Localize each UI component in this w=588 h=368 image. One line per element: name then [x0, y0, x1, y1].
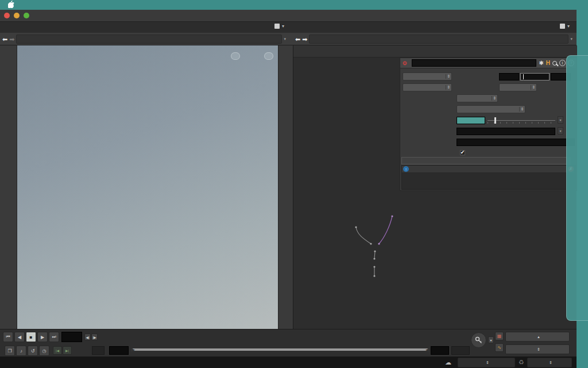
- data-name-row: [400, 137, 577, 147]
- step-back-button[interactable]: ◀|: [84, 334, 91, 340]
- back-arrow-icon[interactable]: ⬅: [295, 36, 300, 43]
- path-dropdown-icon[interactable]: ▾: [284, 37, 286, 41]
- channel-colors-icon[interactable]: ▦: [495, 332, 504, 340]
- input-operator-row[interactable]: ↑ ✗: [402, 166, 575, 173]
- zoom-window-button[interactable]: [24, 13, 29, 18]
- perspective-badge[interactable]: [231, 52, 240, 60]
- playbar: ⏮ ◀ ■ ▶ ⏭ ◀| |▶ ❐ ♪ ↺ ◷ |◀ ▶| ▶ ◀ ▾ ▦ ∿ …: [0, 329, 577, 356]
- dropdown-arrow-icon: ⇕: [549, 361, 552, 365]
- status-bar: ☁ ⇕ ♻ ⇕: [0, 356, 577, 368]
- pane-menu-arrow-icon[interactable]: ▾: [567, 24, 570, 29]
- macos-dock: [566, 55, 588, 321]
- forward-arrow-icon[interactable]: ➡: [9, 36, 14, 43]
- apple-icon: [8, 1, 14, 8]
- forward-arrow-icon[interactable]: ➡: [302, 36, 307, 43]
- info-icon[interactable]: i: [559, 60, 566, 66]
- gear-icon[interactable]: ✱: [539, 60, 543, 66]
- scene-viewport[interactable]: [17, 45, 278, 329]
- window-title-bar[interactable]: [0, 10, 577, 22]
- audio-button[interactable]: ♪: [16, 346, 26, 356]
- prev-keyframe-button[interactable]: |◀: [53, 346, 62, 355]
- force-y-field[interactable]: [520, 73, 550, 80]
- playbar-display-options-button[interactable]: ❐: [5, 346, 15, 356]
- set-key-button[interactable]: [471, 332, 486, 348]
- pane-maximize-icon[interactable]: [560, 24, 565, 29]
- pane-maximize-icon[interactable]: [274, 24, 280, 29]
- houdini-ops-icon[interactable]: H: [546, 60, 550, 66]
- force-x-field[interactable]: [499, 73, 519, 80]
- node-name-field[interactable]: [412, 59, 537, 67]
- input-operators-list: ↑ ✗: [401, 165, 575, 190]
- unique-data-name-row: ✔: [400, 148, 577, 157]
- default-operation-row: ⇕: [400, 94, 577, 103]
- sampling-use-default-dropdown[interactable]: ⇕: [403, 83, 452, 91]
- global-end-field[interactable]: [451, 346, 470, 355]
- realtime-toggle-button[interactable]: ↺: [28, 346, 38, 356]
- search-icon[interactable]: [552, 61, 557, 66]
- range-left-handle[interactable]: ▶: [131, 347, 135, 352]
- left-tool-shelf: [0, 45, 17, 329]
- play-reverse-button[interactable]: ◀: [14, 332, 25, 342]
- range-end-field[interactable]: [431, 346, 449, 355]
- keys-summary-button[interactable]: ▲: [505, 332, 570, 342]
- parameter-header: ❂ ✱ H i ?: [400, 58, 577, 68]
- path-bar-row: ⬅ ➡ ▾ ⬅ ➡ ▾: [0, 33, 577, 45]
- range-right-handle[interactable]: ◀: [425, 347, 430, 352]
- parameter-panel: ❂ ✱ H i ? ⇕ ⇕ ⇕ ⇕: [400, 57, 577, 191]
- data-name-field[interactable]: [457, 139, 575, 146]
- range-start-field[interactable]: [109, 346, 129, 355]
- default-operation-dropdown[interactable]: ⇕: [457, 94, 498, 102]
- activation-menu-arrow-icon[interactable]: ▾: [558, 116, 563, 124]
- right-path-bar: ⬅ ➡ ▾: [293, 33, 577, 45]
- current-frame-field[interactable]: [61, 332, 82, 342]
- sampling-row: ⇕ ⇕: [400, 83, 577, 92]
- breadcrumb[interactable]: [16, 34, 282, 44]
- group-field[interactable]: [457, 128, 555, 135]
- viewport-display-toolbar: [278, 45, 293, 329]
- data-sharing-dropdown[interactable]: ⇕: [457, 105, 525, 113]
- force-row: ⇕: [400, 72, 577, 81]
- timeline-ruler[interactable]: [96, 331, 475, 343]
- context-path-button[interactable]: ⇕: [458, 358, 515, 367]
- sampling-dropdown[interactable]: ⇕: [499, 83, 537, 91]
- data-sharing-row: ⇕: [400, 105, 577, 114]
- breadcrumb[interactable]: [309, 34, 568, 44]
- up-arrow-icon: ↑: [403, 166, 409, 172]
- activation-field[interactable]: [457, 117, 485, 124]
- playback-mode-button[interactable]: ◷: [39, 346, 49, 356]
- input-operators-header: [401, 157, 571, 164]
- group-row: ▾: [400, 126, 577, 136]
- network-editor-pane[interactable]: ❂ ✱ H i ? ⇕ ⇕ ⇕ ⇕: [293, 45, 577, 329]
- next-keyframe-button[interactable]: ▶|: [63, 346, 72, 355]
- left-pane-controls[interactable]: ▾: [274, 24, 284, 29]
- jump-to-end-button[interactable]: ⏭: [49, 332, 59, 342]
- left-path-bar: ⬅ ➡ ▾: [0, 33, 292, 45]
- unique-data-name-checkbox[interactable]: ✔: [460, 150, 465, 155]
- pane-menu-arrow-icon[interactable]: ▾: [282, 24, 284, 29]
- jump-to-start-button[interactable]: ⏮: [3, 332, 13, 342]
- channel-wave-icon[interactable]: ∿: [495, 343, 504, 352]
- activation-slider[interactable]: [488, 117, 555, 124]
- close-window-button[interactable]: [4, 13, 10, 18]
- frame-range-slider[interactable]: ▶ ◀: [132, 348, 428, 351]
- key-all-channels-button[interactable]: ⇕: [505, 344, 570, 354]
- key-icon: [475, 336, 482, 344]
- memory-brain-icon[interactable]: ☁: [445, 359, 451, 366]
- play-forward-button[interactable]: ▶: [37, 332, 48, 342]
- recook-icon[interactable]: ♻: [519, 359, 524, 366]
- minimize-window-button[interactable]: [14, 13, 20, 18]
- global-start-field[interactable]: [92, 346, 105, 355]
- path-dropdown-icon[interactable]: ▾: [570, 37, 572, 41]
- back-arrow-icon[interactable]: ⬅: [2, 36, 7, 43]
- pane-tab-bar: ▾ ▾: [0, 22, 577, 33]
- key-options-arrow-icon[interactable]: ▾: [488, 336, 494, 343]
- auto-update-button[interactable]: ⇕: [527, 358, 572, 367]
- dropdown-arrow-icon: ⇕: [486, 361, 489, 365]
- stop-button[interactable]: ■: [26, 332, 36, 342]
- node-type-icon: ❂: [403, 60, 407, 66]
- camera-badge[interactable]: [264, 52, 273, 60]
- force-use-default-dropdown[interactable]: ⇕: [403, 72, 452, 80]
- right-pane-controls[interactable]: ▾: [560, 24, 570, 29]
- group-menu-arrow-icon[interactable]: ▾: [558, 127, 563, 135]
- apple-menu[interactable]: [5, 1, 18, 9]
